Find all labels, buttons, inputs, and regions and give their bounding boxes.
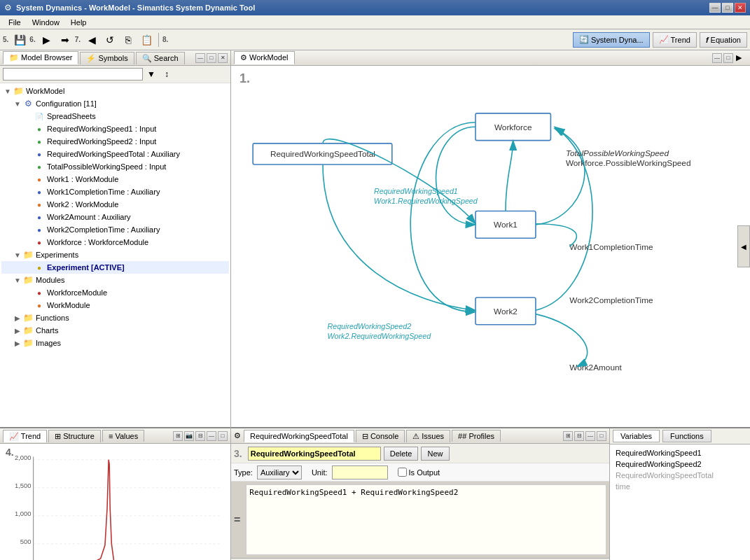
tab-search[interactable]: 🔍 Search bbox=[136, 52, 185, 64]
search-icon-tab: 🔍 bbox=[142, 54, 152, 62]
btn-trend[interactable]: 📈 Trend bbox=[653, 32, 697, 48]
tab-workmodel[interactable]: ⚙ WorkModel bbox=[234, 51, 295, 64]
tree-node-tpws[interactable]: ● TotalPossibleWorkingSpeed : Input bbox=[1, 160, 229, 173]
toolbar-btn-save[interactable]: 💾 bbox=[11, 31, 28, 48]
tab-structure[interactable]: ⊞ Structure bbox=[48, 430, 101, 442]
trend-tb-btn1[interactable]: ⊞ bbox=[173, 431, 183, 441]
tab-symbols[interactable]: ⚡ Symbols bbox=[80, 52, 134, 64]
variable-name-input[interactable] bbox=[248, 447, 381, 461]
var-item-rws2[interactable]: RequiredWorkingSpeed2 bbox=[613, 458, 747, 470]
tree-node-work1[interactable]: ● Work1 : WorkModule bbox=[1, 173, 229, 186]
workmodel-number-label: 1. bbox=[239, 71, 250, 86]
tree-node-workmodel[interactable]: ▼ 📁 WorkModel bbox=[1, 85, 229, 97]
eq-min-btn[interactable]: — bbox=[585, 431, 595, 441]
tree-node-config[interactable]: ▼ ⚙ Configuration [11] bbox=[1, 97, 229, 110]
trend-tab-bar: 📈 Trend ⊞ Structure ≡ Values ⊞ 📷 ⊟ — □ bbox=[0, 428, 230, 444]
side-btn[interactable]: ▶ bbox=[733, 53, 744, 62]
tree-node-rws2[interactable]: ● RequiredWorkingSpeed2 : Input bbox=[1, 135, 229, 148]
svg-text:2,000: 2,000 bbox=[15, 454, 31, 461]
tree-node-rwst[interactable]: ● RequiredWorkingSpeedTotal : Auxiliary bbox=[1, 148, 229, 160]
tree-node-experiments[interactable]: ▼ 📁 Experiments bbox=[1, 248, 229, 261]
new-btn[interactable]: New bbox=[421, 447, 449, 461]
profiles-icon: ## bbox=[458, 432, 466, 440]
browser-search-input[interactable] bbox=[3, 68, 143, 80]
delete-btn[interactable]: Delete bbox=[384, 447, 419, 461]
tab-functions-var[interactable]: Functions bbox=[662, 430, 711, 442]
browser-collapse-btn[interactable]: ↕ bbox=[160, 67, 174, 81]
workmodel-max-btn[interactable]: □ bbox=[723, 53, 733, 63]
trend-chart: 2,000 1,500 1,000 500 0 0.0 2.5 5.0 7.5 … bbox=[6, 449, 225, 560]
diagram-side-btn[interactable]: ◀ bbox=[737, 225, 750, 267]
toolbar-btn-refresh[interactable]: ↺ bbox=[102, 31, 118, 48]
tab-trend[interactable]: 📈 Trend bbox=[3, 430, 47, 442]
toggle-images[interactable]: ▶ bbox=[13, 340, 22, 347]
tree-node-workforce[interactable]: ● Workforce : WorkforceModule bbox=[1, 236, 229, 248]
browser-max-btn[interactable]: □ bbox=[207, 53, 216, 63]
btn-system-dyna[interactable]: 🔄 System Dyna... bbox=[573, 32, 650, 48]
var-item-time[interactable]: time bbox=[613, 481, 747, 492]
browser-filter-btn[interactable]: ▼ bbox=[144, 67, 158, 81]
svg-text:RequiredWorkingSpeed2: RequiredWorkingSpeed2 bbox=[327, 322, 411, 330]
tab-values[interactable]: ≡ Values bbox=[102, 430, 144, 442]
eq-max-btn[interactable]: □ bbox=[597, 431, 606, 441]
tab-issues[interactable]: ⚠ Issues bbox=[406, 430, 450, 442]
tree-node-work2ct[interactable]: ● Work2CompletionTime : Auxiliary bbox=[1, 223, 229, 236]
toggle-modules[interactable]: ▼ bbox=[13, 276, 22, 284]
toolbar-btn-back[interactable]: ◀ bbox=[83, 31, 100, 48]
tree-node-images[interactable]: ▶ 📁 Images bbox=[1, 337, 229, 349]
tree-node-wmodule[interactable]: ● WorkModule bbox=[1, 299, 229, 312]
trend-tb-btn2[interactable]: 📷 bbox=[184, 431, 194, 441]
trend-icon: 📈 bbox=[659, 35, 669, 44]
menu-help[interactable]: Help bbox=[65, 17, 92, 28]
tree-view: ▼ 📁 WorkModel ▼ ⚙ Configuration [11] 📄 S… bbox=[0, 83, 230, 427]
toolbar-btn-paste[interactable]: 📋 bbox=[138, 31, 155, 48]
tree-node-spreadsheets[interactable]: 📄 SpreadSheets bbox=[1, 110, 229, 122]
workmodel-min-btn[interactable]: — bbox=[712, 53, 722, 63]
tree-node-wfmodule[interactable]: ● WorkforceModule bbox=[1, 286, 229, 299]
tree-node-rws1[interactable]: ● RequiredWorkingSpeed1 : Input bbox=[1, 122, 229, 135]
tree-node-modules[interactable]: ▼ 📁 Modules bbox=[1, 274, 229, 286]
toggle-workmodel[interactable]: ▼ bbox=[3, 88, 13, 95]
tab-variables[interactable]: Variables bbox=[613, 430, 660, 442]
trend-max-btn[interactable]: □ bbox=[218, 431, 228, 441]
tree-node-exp-active[interactable]: ● Experiment [ACTIVE] bbox=[1, 261, 229, 274]
is-output-checkbox[interactable] bbox=[398, 468, 407, 477]
tree-node-work2[interactable]: ● Work2 : WorkModule bbox=[1, 198, 229, 211]
var-item-rwst[interactable]: RequiredWorkingSpeedTotal bbox=[613, 470, 747, 481]
tab-console[interactable]: ⊟ Console bbox=[356, 430, 405, 442]
maximize-btn[interactable]: □ bbox=[722, 3, 733, 13]
console-icon: ⊟ bbox=[362, 432, 368, 440]
menu-file[interactable]: File bbox=[3, 17, 27, 28]
toolbar-btn-arrow[interactable]: ➡ bbox=[57, 31, 74, 48]
tab-profiles[interactable]: ## Profiles bbox=[452, 430, 501, 442]
trend-min-btn[interactable]: — bbox=[207, 431, 216, 441]
trend-tb-btn3[interactable]: ⊟ bbox=[195, 431, 205, 441]
minimize-btn[interactable]: — bbox=[709, 3, 721, 13]
btn-equation[interactable]: f Equation bbox=[700, 32, 747, 48]
unit-input[interactable] bbox=[332, 465, 388, 479]
var-item-rws1[interactable]: RequiredWorkingSpeed1 bbox=[613, 447, 747, 458]
tree-node-work1ct[interactable]: ● Work1CompletionTime : Auxiliary bbox=[1, 186, 229, 198]
tab-model-browser[interactable]: 📁 Model Browser bbox=[3, 51, 78, 64]
toggle-config[interactable]: ▼ bbox=[13, 100, 22, 108]
toolbar-btn-copy[interactable]: ⎘ bbox=[120, 31, 137, 48]
tab-rwst-equation[interactable]: RequiredWorkingSpeedTotal bbox=[244, 430, 354, 442]
eq-toolbar-btn1[interactable]: ⊞ bbox=[563, 431, 573, 441]
equation-textarea[interactable]: RequiredWorkingSpeed1 + RequiredWorkingS… bbox=[246, 484, 606, 555]
equation-variable-toolbar: 3. Delete New bbox=[231, 444, 609, 463]
rws1-icon: ● bbox=[34, 123, 45, 134]
tree-node-charts[interactable]: ▶ 📁 Charts bbox=[1, 324, 229, 337]
tree-node-functions[interactable]: ▶ 📁 Functions bbox=[1, 312, 229, 324]
toggle-experiments[interactable]: ▼ bbox=[13, 251, 22, 259]
toggle-charts[interactable]: ▶ bbox=[13, 327, 22, 335]
trend-panel-controls: ⊞ 📷 ⊟ — □ bbox=[173, 431, 228, 441]
type-select[interactable]: Auxiliary Stock Flow bbox=[257, 465, 302, 479]
eq-toolbar-btn2[interactable]: ⊟ bbox=[574, 431, 584, 441]
toolbar-btn-run[interactable]: ▶ bbox=[39, 31, 55, 48]
browser-close-btn[interactable]: ✕ bbox=[218, 53, 228, 63]
browser-min-btn[interactable]: — bbox=[195, 53, 205, 63]
toggle-functions[interactable]: ▶ bbox=[13, 314, 22, 322]
tree-node-work2amt[interactable]: ● Work2Amount : Auxiliary bbox=[1, 211, 229, 223]
menu-window[interactable]: Window bbox=[27, 17, 65, 28]
close-btn[interactable]: ✕ bbox=[735, 3, 746, 13]
